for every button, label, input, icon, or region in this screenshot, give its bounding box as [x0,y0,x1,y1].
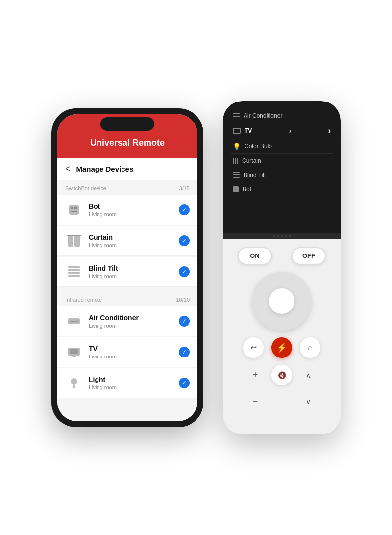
bot-room: Living room [89,211,179,217]
volume-channel-grid: + 🔇 ∧ − ∨ [245,365,318,412]
remote-blind-icon [233,172,240,178]
phone-screen: Universal Remote < Manage Devices Switch… [57,114,197,421]
list-item[interactable]: Curtain Living room ✓ [57,226,197,256]
curtain-icon [65,232,83,250]
list-item[interactable]: Bot Living room ✓ [57,195,197,225]
infrared-count: 10/10 [176,297,190,303]
remote-ac-label: Air Conditioner [244,112,282,119]
svg-rect-18 [73,385,75,387]
svg-point-17 [71,378,77,385]
bot-name: Bot [89,203,179,210]
svg-rect-3 [71,211,77,212]
light-info: Light Living room [89,376,179,390]
grip-dot [285,235,287,237]
bot-check: ✓ [179,204,190,215]
svg-rect-19 [73,387,75,388]
ac-name: Air Conditioner [89,314,179,322]
ac-info: Air Conditioner Living room [89,314,179,329]
back-button[interactable]: ↩ [243,337,264,358]
switchbot-count: 3/15 [179,185,190,191]
phone-nav: < Manage Devices [57,158,197,180]
curtain-check: ✓ [179,235,190,246]
svg-rect-15 [70,349,78,354]
ac-icon [65,312,83,330]
on-off-buttons: ON OFF [238,247,326,265]
remote-screen-item[interactable]: 💡 Color Bulb [231,139,333,154]
blind-tilt-name: Blind Tilt [89,264,179,272]
blind-tilt-info: Blind Tilt Living room [89,264,179,279]
remote-tv-arrow: › [289,127,292,135]
grip-dot [289,235,291,237]
svg-rect-7 [68,266,80,268]
plus-button[interactable]: + [253,370,258,380]
svg-rect-8 [68,269,80,271]
remote-bot-label: Bot [243,186,251,193]
svg-rect-5 [74,235,80,247]
remote-blind-label: Blind Tilt [244,172,266,178]
svg-rect-16 [72,356,76,357]
device-list: SwitchBot device 3/15 Bot [57,180,197,421]
remote-tv-icon [233,128,241,134]
remote-bulb-icon: 💡 [233,143,241,150]
remote-screen-item[interactable]: Blind Tilt [231,168,333,182]
curtain-room: Living room [89,242,179,248]
remote-control: Air Conditioner TV › 💡 Color Bulb [223,101,341,434]
power-button[interactable]: ⚡ [271,337,292,358]
tv-info: TV Living room [89,345,179,359]
remote-screen-item-active[interactable]: TV › [231,123,333,139]
remote-body: ON OFF ↩ ⚡ ⌂ + 🔇 ∧ − [223,239,341,434]
infrared-section-header: Infrared remote 10/10 [57,292,197,306]
mute-button[interactable]: 🔇 [271,365,292,385]
svg-rect-0 [69,205,79,215]
middle-buttons: ↩ ⚡ ⌂ [243,337,320,358]
switchbot-label: SwitchBot device [65,185,106,191]
section-divider [57,288,197,292]
curtain-info: Curtain Living room [89,233,179,248]
up-button[interactable]: ∧ [306,371,311,379]
list-item[interactable]: Light Living room ✓ [57,368,197,398]
remote-screen-item[interactable]: Bot [231,182,333,196]
dpad[interactable] [252,272,311,331]
minus-button[interactable]: − [253,396,258,407]
list-item[interactable]: Air Conditioner Living room ✓ [57,306,197,336]
remote-ac-icon [233,113,240,118]
on-button[interactable]: ON [238,247,272,265]
remote-curtain-label: Curtain [242,157,261,164]
home-button[interactable]: ⌂ [300,337,320,358]
svg-rect-10 [68,275,80,277]
remote-bot-icon [233,186,239,192]
remote-grip [223,233,341,239]
list-item[interactable]: Blind Tilt Living room ✓ [57,257,197,287]
light-icon [65,374,83,392]
curtain-name: Curtain [89,233,179,241]
tv-room: Living room [89,354,179,359]
light-check: ✓ [179,378,190,388]
down-button[interactable]: ∨ [306,398,311,406]
remote-curtain-icon [233,158,238,164]
off-button[interactable]: OFF [292,247,326,265]
tv-icon [65,343,83,361]
list-item[interactable]: TV Living room ✓ [57,337,197,367]
svg-rect-1 [71,207,74,209]
grip-dot [281,235,283,237]
ac-check: ✓ [179,316,190,327]
svg-rect-6 [67,235,81,236]
back-button[interactable]: < [65,164,71,174]
remote-screen-item[interactable]: Air Conditioner [231,109,333,123]
bot-info: Bot Living room [89,203,179,217]
blind-tilt-icon [65,263,83,280]
remote-bulb-label: Color Bulb [245,143,272,150]
scene: Universal Remote < Manage Devices Switch… [0,0,392,535]
svg-rect-2 [74,207,77,209]
tv-name: TV [89,345,179,353]
remote-screen-item[interactable]: Curtain [231,154,333,168]
svg-rect-4 [68,235,74,247]
power-icon: ⚡ [276,342,287,353]
tv-check: ✓ [179,347,190,357]
dpad-center[interactable] [269,288,294,314]
blind-tilt-room: Living room [89,273,179,279]
phone: Universal Remote < Manage Devices Switch… [51,108,203,427]
svg-rect-13 [70,323,78,323]
bot-icon [65,201,83,219]
infrared-label: Infrared remote [65,297,102,303]
